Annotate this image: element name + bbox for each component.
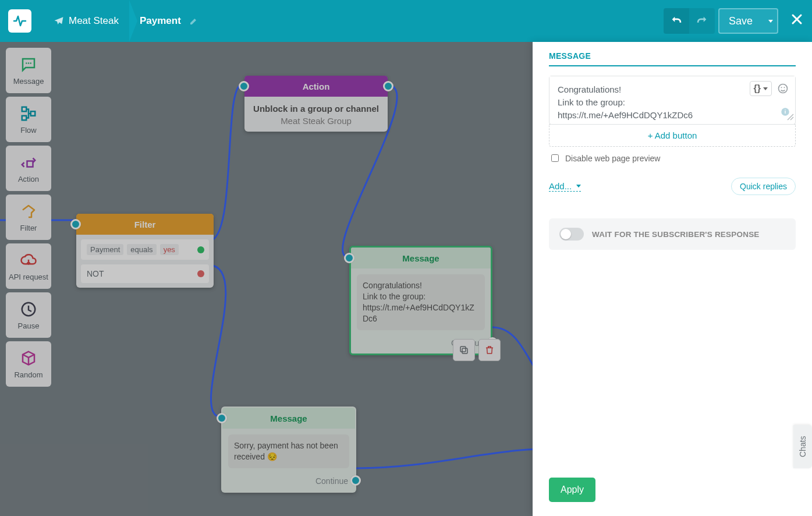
tool-api[interactable]: API request — [6, 243, 51, 289]
node-action-desc: Unblock in a group or channel — [251, 104, 381, 114]
panel-title: MESSAGE — [549, 51, 796, 66]
port-condition-true[interactable] — [197, 246, 204, 253]
node-message-body: Congratulations! Link to the group: http… — [357, 274, 485, 330]
tool-pause[interactable]: Pause — [6, 292, 51, 338]
copy-node-button[interactable] — [453, 339, 475, 361]
filter-op: equals — [127, 244, 156, 255]
wait-toggle[interactable] — [559, 228, 584, 241]
wait-response-box: WAIT FOR THE SUBSCRIBER'S RESPONSE — [549, 218, 796, 250]
breadcrumb-flow-label: Payment — [140, 15, 181, 27]
app-logo[interactable] — [8, 9, 31, 33]
tool-message[interactable]: Message — [6, 48, 51, 93]
node-message-footer: Continue — [222, 474, 355, 492]
port-out[interactable] — [383, 81, 393, 91]
caret-down-icon — [763, 87, 768, 90]
top-actions: Save — [664, 8, 804, 34]
dice-icon — [20, 349, 37, 367]
svg-point-3 — [28, 62, 30, 64]
port-out[interactable] — [350, 475, 361, 486]
filter-not-row[interactable]: NOT — [81, 264, 209, 283]
emoji-button[interactable] — [775, 81, 790, 96]
node-message-title: Message — [270, 413, 307, 423]
port-in[interactable] — [70, 219, 81, 229]
tool-api-label: API request — [9, 273, 48, 281]
flow-icon — [20, 105, 37, 122]
svg-rect-1 — [460, 347, 466, 352]
redo-icon — [696, 15, 708, 27]
copy-icon — [459, 345, 469, 355]
side-panel: MESSAGE {} i + Add button Disabl — [533, 42, 812, 516]
quick-replies-button[interactable]: Quick replies — [731, 178, 796, 195]
node-message-body: Sorry, payment has not been received 😔 — [228, 434, 349, 468]
disable-preview-row[interactable]: Disable web page preview — [549, 153, 796, 164]
node-action-title: Action — [303, 82, 330, 91]
breadcrumb: Meat Steak Payment — [43, 15, 664, 27]
wait-label: WAIT FOR THE SUBSCRIBER'S RESPONSE — [592, 230, 760, 239]
port-condition-false[interactable] — [197, 270, 204, 277]
svg-point-12 — [784, 87, 785, 88]
chats-tab[interactable]: Chats — [793, 425, 812, 468]
tool-flow[interactable]: Flow — [6, 97, 51, 142]
apply-button[interactable]: Apply — [549, 478, 595, 502]
add-menu-label: Add... — [549, 181, 572, 191]
close-icon — [790, 12, 804, 26]
filter-value: yes — [160, 244, 179, 255]
insert-variable-button[interactable]: {} — [750, 81, 772, 96]
node-filter[interactable]: Filter Payment equals yes NOT — [76, 214, 214, 288]
svg-rect-8 — [27, 161, 33, 167]
cloud-icon — [20, 252, 37, 269]
tool-filter[interactable]: Filter — [6, 195, 51, 240]
message-icon — [20, 56, 37, 73]
tool-filter-label: Filter — [20, 224, 37, 232]
tool-random-label: Random — [14, 370, 42, 379]
svg-point-2 — [26, 62, 27, 64]
undo-button[interactable] — [664, 8, 689, 34]
redo-button[interactable] — [689, 8, 715, 34]
delete-node-button[interactable] — [478, 339, 501, 361]
filter-field: Payment — [87, 244, 123, 255]
pencil-icon[interactable] — [189, 16, 198, 26]
trash-icon — [484, 345, 495, 355]
breadcrumb-project[interactable]: Meat Steak — [43, 15, 129, 27]
filter-condition-row[interactable]: Payment equals yes — [81, 239, 209, 260]
close-button[interactable] — [790, 12, 804, 30]
port-in[interactable] — [239, 81, 249, 91]
node-message-header: Message — [222, 408, 355, 429]
svg-text:i: i — [785, 109, 786, 115]
disable-preview-checkbox[interactable] — [551, 154, 559, 162]
node-filter-title: Filter — [134, 220, 156, 229]
add-button-row[interactable]: + Add button — [549, 124, 796, 147]
node-action[interactable]: Action Unblock in a group or channel Mea… — [244, 76, 388, 132]
breadcrumb-flow[interactable]: Payment — [129, 15, 209, 27]
svg-rect-6 — [31, 111, 36, 116]
breadcrumb-project-label: Meat Steak — [69, 15, 119, 27]
add-menu[interactable]: Add... — [549, 181, 581, 192]
tool-random[interactable]: Random — [6, 341, 51, 387]
caret-down-icon — [576, 185, 581, 188]
clock-icon — [20, 301, 37, 318]
telegram-icon — [54, 16, 64, 26]
svg-rect-5 — [22, 107, 27, 111]
undo-redo-group — [664, 8, 715, 34]
port-in[interactable] — [344, 253, 354, 263]
save-button[interactable]: Save — [718, 8, 762, 34]
braces-icon: {} — [754, 83, 761, 94]
svg-rect-0 — [462, 348, 467, 354]
filter-not-label: NOT — [87, 269, 104, 278]
filter-icon — [20, 203, 37, 220]
svg-rect-7 — [22, 115, 27, 120]
resize-handle[interactable] — [787, 112, 794, 123]
undo-icon — [670, 15, 683, 27]
tool-flow-label: Flow — [20, 126, 36, 135]
port-in[interactable] — [217, 413, 227, 423]
tool-message-label: Message — [13, 77, 44, 86]
save-dropdown[interactable] — [762, 8, 778, 34]
action-icon — [20, 154, 37, 171]
toggle-knob — [561, 229, 571, 239]
node-message-title: Message — [402, 253, 439, 263]
tool-action[interactable]: Action — [6, 146, 51, 191]
node-action-sub: Meat Steak Group — [251, 116, 381, 126]
node-message-failure[interactable]: Message Sorry, payment has not been rece… — [221, 407, 356, 493]
node-filter-header: Filter — [76, 214, 214, 235]
resize-icon — [787, 114, 794, 121]
